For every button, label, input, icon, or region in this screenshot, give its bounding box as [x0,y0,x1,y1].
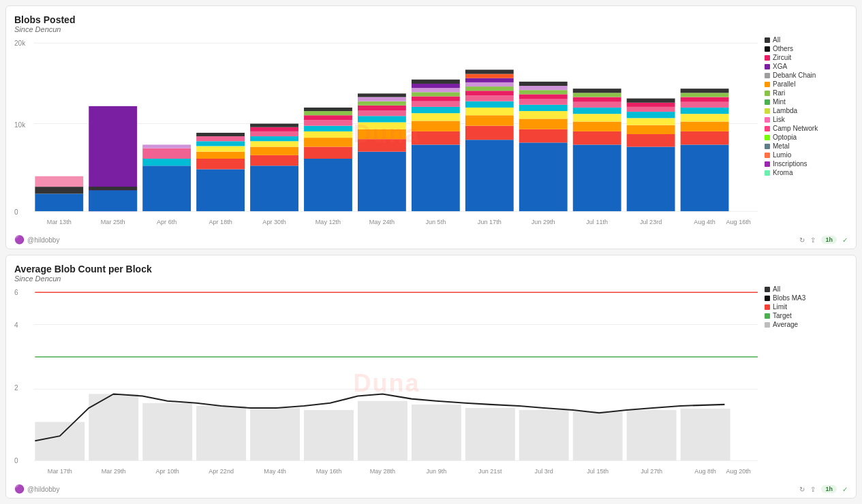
svg-text:Jul 23rd: Jul 23rd [640,219,662,225]
svg-rect-92 [627,147,675,212]
legend-color-debank [765,73,770,78]
svg-rect-139 [304,410,354,460]
svg-rect-77 [519,105,568,111]
svg-rect-83 [573,144,621,211]
svg-rect-62 [465,126,514,140]
svg-text:Mar 29th: Mar 29th [102,468,126,475]
legend2-label-average: Average [773,321,798,328]
svg-rect-46 [358,106,406,110]
legend-item-mint: Mint [765,98,848,106]
svg-rect-50 [412,144,460,211]
legend-color-lambda [765,108,770,114]
svg-rect-96 [627,112,675,118]
svg-rect-36 [304,120,352,125]
svg-rect-94 [627,125,675,134]
svg-rect-33 [304,138,352,146]
svg-rect-146 [681,409,730,460]
svg-text:0: 0 [14,208,18,216]
svg-text:Aug 4th: Aug 4th [694,219,715,225]
refresh-icon-2[interactable]: ↻ [799,486,805,493]
legend-item-optopia: Optopia [765,133,848,141]
legend-color-all [765,37,770,43]
svg-text:Aug 20th: Aug 20th [726,468,750,475]
chart2-title: Average Blob Count per Block [14,264,848,274]
share-icon-1[interactable]: ⇪ [810,236,816,244]
svg-text:Jun 5th: Jun 5th [425,219,446,225]
svg-rect-21 [196,136,245,141]
svg-rect-12 [142,166,191,211]
legend2-label-limit: Limit [773,303,787,311]
legend-color-parallel [765,82,770,87]
legend-label-metal: Metal [773,142,789,150]
svg-text:Jun 29th: Jun 29th [532,219,555,225]
svg-rect-63 [465,115,514,125]
svg-rect-52 [412,121,460,131]
legend-color-xga [765,64,770,69]
svg-text:Jul 11th: Jul 11th [586,219,608,225]
svg-rect-136 [142,403,192,460]
svg-rect-54 [412,107,460,113]
legend-item-rari: Rari [765,89,848,97]
svg-rect-105 [681,102,729,108]
legend2-item-average: Average [765,321,848,328]
svg-rect-11 [89,187,137,190]
svg-rect-29 [250,127,298,131]
svg-rect-88 [573,102,621,108]
svg-text:May 16th: May 16th [316,468,341,475]
legend-color-zircuit [765,55,770,61]
legend2-color-blobsma3 [765,296,770,301]
svg-rect-53 [412,113,460,121]
chart2-footer-right: ↻ ⇪ 1h ✓ [799,485,848,493]
svg-rect-134 [35,422,84,461]
svg-rect-15 [142,144,191,148]
svg-rect-26 [250,141,298,146]
svg-rect-51 [412,131,460,145]
legend-label-inscriptions: Inscriptions [773,160,807,168]
refresh-icon-1[interactable]: ↻ [799,236,805,244]
svg-rect-106 [681,97,729,101]
legend-label-kroma: Kroma [773,169,792,176]
svg-rect-31 [304,159,352,211]
legend-color-camp [765,126,770,131]
svg-rect-99 [627,99,675,103]
svg-rect-75 [519,119,568,129]
svg-rect-23 [250,166,298,211]
svg-rect-48 [358,97,406,101]
legend-color-inscriptions [765,161,770,167]
chart1-svg: 20k 10k 0 [14,36,759,232]
svg-rect-76 [519,111,568,119]
svg-rect-56 [412,96,460,101]
legend-item-metal: Metal [765,142,848,150]
legend-label-parallel: Parallel [773,80,795,88]
svg-rect-34 [304,131,352,138]
chart1-footer: 🟣 @hildobby ↻ ⇪ 1h ✓ [14,235,848,245]
svg-rect-137 [196,406,246,460]
legend2-item-blobsma3: Blobs MA3 [765,294,848,302]
legend2-color-limit [765,304,770,310]
dashboard: Blobs Posted Since Dencun 20k 10k 0 [0,0,862,504]
chart2-footer-left: 🟣 @hildobby [14,484,59,494]
svg-text:0: 0 [14,457,18,464]
svg-rect-49 [358,93,406,97]
legend-label-lisk: Lisk [773,116,785,123]
chart1-legend: All Others Zircuit XGA Debank Chain [759,36,848,232]
legend2-color-target [765,313,770,319]
svg-rect-47 [358,101,406,106]
legend-label-optopia: Optopia [773,133,797,141]
svg-rect-86 [573,114,621,121]
svg-rect-64 [465,108,514,115]
chart1-title: Blobs Posted [14,14,848,25]
share-icon-2[interactable]: ⇪ [810,486,816,493]
avg-blob-card: Average Blob Count per Block Since Dencu… [5,255,857,499]
svg-text:20k: 20k [14,40,26,47]
svg-rect-10 [89,190,137,211]
legend2-label-all: All [773,285,780,293]
check-icon-1: ✓ [842,236,848,244]
svg-rect-17 [196,159,245,169]
chart2-svg: 6 4 2 0 [14,285,759,482]
svg-rect-70 [465,78,514,82]
svg-rect-14 [142,148,191,159]
avatar-icon-1: 🟣 [14,235,25,245]
legend-color-metal [765,144,770,149]
svg-rect-45 [358,110,406,116]
